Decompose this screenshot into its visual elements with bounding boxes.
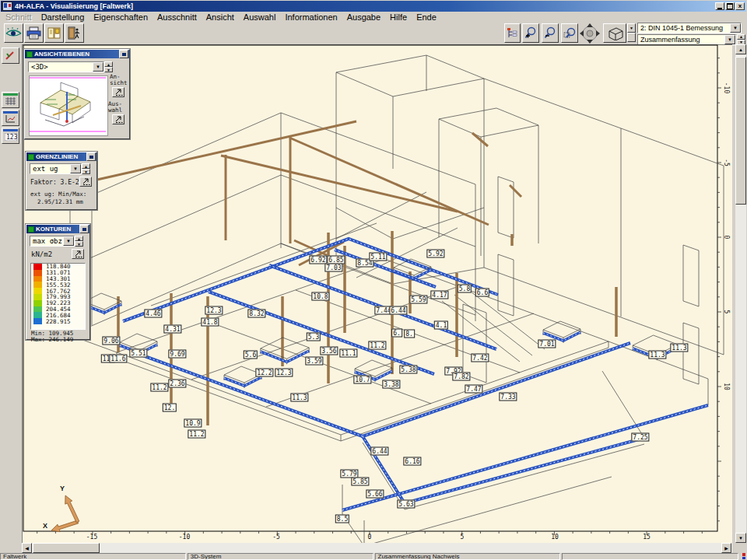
view-cube-button[interactable] [603,23,626,43]
design-combo[interactable]: 2: DIN 1045-1 Bemessung ▼ [637,23,742,33]
menu-item-ende[interactable]: Ende [412,12,441,22]
value-label: 6.16 [403,457,421,466]
faktor-label: Faktor: 3.E-2 [30,179,79,186]
panel-grenz-titlebar[interactable]: GRENZLINIEN [26,152,96,161]
unit-label: kN/m2 [31,250,52,258]
value-label: 7.82 [452,373,470,381]
tree-list-button[interactable] [504,23,521,43]
view-preview[interactable] [29,75,108,136]
print-button[interactable] [24,23,44,43]
values-123-button[interactable]: 123 [2,128,19,144]
legend-swatch [33,294,42,300]
horizontal-scroll-thumb[interactable] [33,543,100,553]
minimize-button[interactable] [715,2,724,10]
grenz-combo-arrow-icon[interactable]: ▼ [70,164,81,173]
status-field-2: Zusammenfassung Nachweis [375,553,561,560]
view-select-spinner[interactable]: ▲▼ [104,61,113,72]
horizontal-scrollbar[interactable]: ◀ ▶ [22,543,732,553]
grenz-combo[interactable]: ext ug ▼ [30,163,82,174]
view-cube-dropdown[interactable]: ▼ [627,23,636,43]
design-combo-arrow-icon[interactable]: ▼ [730,23,741,33]
result-spinner[interactable]: ▲▼ [737,34,745,45]
result-combo-arrow-icon[interactable]: ▼ [724,35,735,44]
kont-combo-arrow-icon[interactable]: ▼ [63,236,74,246]
menu-item-hilfe[interactable]: Hilfe [385,12,412,22]
result-combo[interactable]: Zusammenfassung ▼ [637,34,736,45]
kont-spinner[interactable]: ▲▼ [75,236,83,247]
legend-swatch [33,270,42,276]
minmax-label-1: ext ug: Min/Max: [30,191,86,198]
value-label: 4.17 [430,291,448,299]
view-select-combo[interactable]: <3D> ▼ [28,61,104,72]
value-label: 5.92 [426,250,444,258]
value-label: 7.03 [324,264,342,272]
value-label: 12.3 [275,369,293,377]
view-select-arrow-icon[interactable]: ▼ [93,62,103,72]
panel-grenzlinien[interactable]: GRENZLINIEN ext ug ▼ ▲▼ Faktor: 3.E-2 ex… [26,152,97,210]
view-select-value: <3D> [29,62,93,72]
window-title: 4H-ALFA - Visualisierung [Faltwerk] [15,2,133,10]
value-label: 12. [163,404,177,412]
faktor-pick-button[interactable] [79,177,92,187]
panel-ansicht-titlebar[interactable]: ANSICHT/EBENEN [25,50,129,58]
design-combo-value: 2: DIN 1045-1 Bemessung [638,23,730,33]
zoom-out-button[interactable] [542,23,559,43]
scroll-right-icon[interactable]: ▶ [721,543,731,553]
edit-mode-button[interactable] [2,47,19,64]
unit-pick-button[interactable] [72,249,84,259]
legend-row: 228.915 [31,318,85,324]
panel-ansicht-ebenen[interactable]: ANSICHT/EBENEN <3D> ▼ ▲▼ An- sicht Aus- … [24,49,130,139]
scroll-left-icon[interactable]: ◀ [22,543,32,553]
auswahl-label: Aus- wahl [108,101,122,114]
panel-grenz-close-icon[interactable] [86,152,96,161]
status-bar: Faltwerk3D-SystemZusammenfassung Nachwei… [0,553,747,560]
menu-item-ausgabe[interactable]: Ausgabe [342,12,385,22]
pan-control[interactable] [580,23,601,44]
value-label: 7.33 [499,393,517,401]
menu-item-eigenschaften[interactable]: Eigenschaften [89,12,153,22]
value-label: 5.63 [397,500,415,509]
panel-konturen[interactable]: KONTUREN max σbz ▼ ▲▼ kN/m2 118.840131.0… [26,224,90,340]
close-button[interactable]: x [735,2,745,10]
scroll-up-icon[interactable]: ▲ [735,44,746,54]
legend-swatch [33,306,42,313]
maximize-button[interactable] [725,2,735,10]
scroll-down-icon[interactable]: ▼ [735,533,746,543]
value-label: 5.66 [366,490,384,499]
menu-item-informationen[interactable]: Informationen [280,12,342,22]
zoom-window-button[interactable] [561,23,578,43]
menu-item-darstellung[interactable]: Darstellung [37,12,89,22]
value-label: 6.6 [475,289,489,297]
table-grid-button[interactable] [2,92,19,108]
value-label: 3.56 [320,347,338,355]
title-bar[interactable]: 4H-ALFA - Visualisierung [Faltwerk] x [1,1,746,12]
scroll-corner [732,543,747,553]
menu-item-auswahl[interactable]: Auswahl [239,12,281,22]
menu-item-ansicht[interactable]: Ansicht [202,12,239,22]
value-label: 9.69 [168,350,186,359]
ansicht-pick-button[interactable] [112,87,124,97]
value-label: 5.6 [244,351,258,359]
value-label: 11.1 [339,349,357,358]
legend-swatch [33,282,42,288]
panel-kont-titlebar[interactable]: KONTUREN [26,225,89,233]
kont-combo[interactable]: max σbz ▼ [30,236,75,247]
value-label: 3.38 [382,380,400,389]
panel-ansicht-close-icon[interactable] [119,50,128,58]
exit-door-button[interactable] [65,23,84,43]
report-book-button[interactable] [44,23,64,43]
vertical-scroll-thumb[interactable] [735,57,746,205]
menu-item-ausschnitt[interactable]: Ausschnitt [153,12,202,22]
status-field-0: Faltwerk [0,553,186,560]
vertical-scrollbar[interactable]: ▲ ▼ [735,44,746,543]
view-eye-button[interactable] [4,23,23,43]
value-label: 4.46 [144,310,162,318]
value-label: 11.3 [648,351,666,359]
diagram-button[interactable] [2,110,19,126]
panel-kont-close-icon[interactable] [79,225,89,233]
zoom-in-button[interactable] [522,23,539,43]
legend-value: 228.915 [46,318,71,325]
auswahl-pick-button[interactable] [112,114,124,124]
grenz-spinner[interactable]: ▲▼ [82,163,90,174]
value-label: 6.44 [370,447,388,456]
